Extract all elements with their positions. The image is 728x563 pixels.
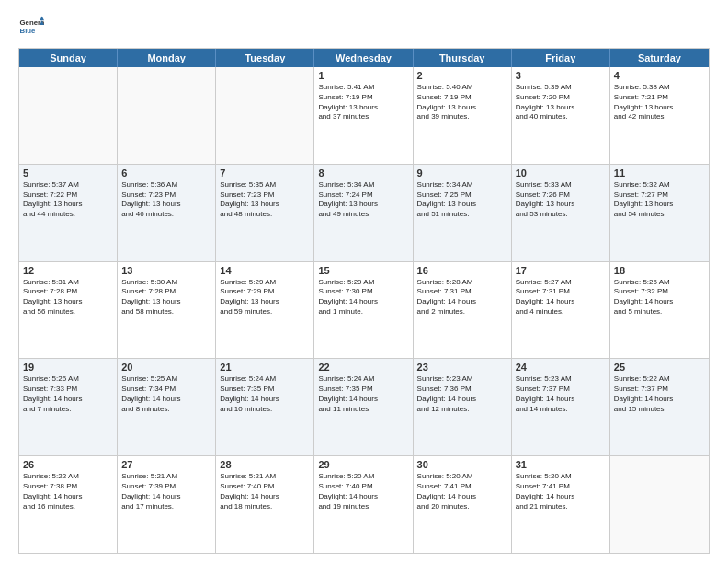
day-number: 22 — [318, 362, 408, 373]
header-day-tuesday: Tuesday — [216, 49, 314, 67]
day-number: 16 — [417, 265, 507, 276]
cell-info: Sunrise: 5:39 AM Sunset: 7:20 PM Dayligh… — [516, 83, 606, 122]
day-number: 26 — [23, 459, 113, 470]
calendar-header: SundayMondayTuesdayWednesdayThursdayFrid… — [19, 49, 709, 67]
cal-cell: 6Sunrise: 5:36 AM Sunset: 7:23 PM Daylig… — [118, 165, 216, 261]
cell-info: Sunrise: 5:24 AM Sunset: 7:35 PM Dayligh… — [220, 374, 310, 414]
day-number: 12 — [23, 265, 113, 276]
day-number: 23 — [417, 362, 507, 373]
header-day-monday: Monday — [118, 49, 216, 67]
logo-icon: General Blue — [18, 15, 44, 40]
cal-cell: 19Sunrise: 5:26 AM Sunset: 7:33 PM Dayli… — [19, 359, 118, 455]
cell-info: Sunrise: 5:33 AM Sunset: 7:26 PM Dayligh… — [516, 180, 606, 220]
cal-cell: 26Sunrise: 5:22 AM Sunset: 7:38 PM Dayli… — [19, 456, 118, 553]
cell-info: Sunrise: 5:34 AM Sunset: 7:24 PM Dayligh… — [318, 180, 408, 220]
day-number: 9 — [417, 167, 507, 178]
week-row-0: 1Sunrise: 5:41 AM Sunset: 7:19 PM Daylig… — [19, 67, 709, 165]
cal-cell: 28Sunrise: 5:21 AM Sunset: 7:40 PM Dayli… — [216, 456, 314, 553]
week-row-4: 26Sunrise: 5:22 AM Sunset: 7:38 PM Dayli… — [19, 456, 709, 553]
day-number: 28 — [220, 459, 310, 470]
header: General Blue — [18, 15, 710, 40]
cal-cell: 13Sunrise: 5:30 AM Sunset: 7:28 PM Dayli… — [118, 262, 216, 359]
day-number: 14 — [220, 265, 310, 276]
day-number: 17 — [516, 265, 606, 276]
cal-cell: 25Sunrise: 5:22 AM Sunset: 7:37 PM Dayli… — [610, 359, 709, 455]
page: General Blue SundayMondayTuesdayWednesda… — [0, 0, 728, 563]
cell-info: Sunrise: 5:26 AM Sunset: 7:32 PM Dayligh… — [614, 278, 705, 317]
cal-cell: 10Sunrise: 5:33 AM Sunset: 7:26 PM Dayli… — [512, 165, 610, 261]
day-number: 31 — [516, 459, 606, 470]
cal-cell: 15Sunrise: 5:29 AM Sunset: 7:30 PM Dayli… — [314, 262, 413, 359]
cell-info: Sunrise: 5:27 AM Sunset: 7:31 PM Dayligh… — [516, 278, 606, 317]
cal-cell: 14Sunrise: 5:29 AM Sunset: 7:29 PM Dayli… — [216, 262, 314, 359]
cell-info: Sunrise: 5:29 AM Sunset: 7:30 PM Dayligh… — [318, 278, 408, 317]
day-number: 30 — [417, 459, 507, 470]
day-number: 21 — [220, 362, 310, 373]
cal-cell: 11Sunrise: 5:32 AM Sunset: 7:27 PM Dayli… — [610, 165, 709, 261]
cal-cell: 12Sunrise: 5:31 AM Sunset: 7:28 PM Dayli… — [19, 262, 118, 359]
cell-info: Sunrise: 5:40 AM Sunset: 7:19 PM Dayligh… — [417, 83, 507, 122]
calendar-body: 1Sunrise: 5:41 AM Sunset: 7:19 PM Daylig… — [19, 67, 709, 553]
day-number: 1 — [318, 70, 408, 81]
header-day-saturday: Saturday — [610, 49, 709, 67]
day-number: 29 — [318, 459, 408, 470]
cal-cell: 30Sunrise: 5:20 AM Sunset: 7:41 PM Dayli… — [414, 456, 512, 553]
cal-cell: 23Sunrise: 5:23 AM Sunset: 7:36 PM Dayli… — [414, 359, 512, 455]
cal-cell: 21Sunrise: 5:24 AM Sunset: 7:35 PM Dayli… — [216, 359, 314, 455]
header-day-thursday: Thursday — [414, 49, 512, 67]
cal-cell — [610, 456, 709, 553]
day-number: 10 — [516, 167, 606, 178]
header-day-wednesday: Wednesday — [314, 49, 413, 67]
day-number: 20 — [121, 362, 211, 373]
cal-cell: 2Sunrise: 5:40 AM Sunset: 7:19 PM Daylig… — [414, 67, 512, 164]
cell-info: Sunrise: 5:26 AM Sunset: 7:33 PM Dayligh… — [23, 374, 113, 414]
cal-cell — [216, 67, 314, 164]
day-number: 8 — [318, 167, 408, 178]
cell-info: Sunrise: 5:23 AM Sunset: 7:36 PM Dayligh… — [417, 374, 507, 414]
cal-cell: 17Sunrise: 5:27 AM Sunset: 7:31 PM Dayli… — [512, 262, 610, 359]
day-number: 25 — [614, 362, 705, 373]
cal-cell: 18Sunrise: 5:26 AM Sunset: 7:32 PM Dayli… — [610, 262, 709, 359]
cell-info: Sunrise: 5:25 AM Sunset: 7:34 PM Dayligh… — [121, 374, 211, 414]
cal-cell: 31Sunrise: 5:20 AM Sunset: 7:41 PM Dayli… — [512, 456, 610, 553]
calendar: SundayMondayTuesdayWednesdayThursdayFrid… — [18, 48, 710, 554]
cal-cell — [118, 67, 216, 164]
cell-info: Sunrise: 5:21 AM Sunset: 7:40 PM Dayligh… — [220, 472, 310, 511]
cal-cell: 3Sunrise: 5:39 AM Sunset: 7:20 PM Daylig… — [512, 67, 610, 164]
cal-cell: 16Sunrise: 5:28 AM Sunset: 7:31 PM Dayli… — [414, 262, 512, 359]
day-number: 11 — [614, 167, 705, 178]
cell-info: Sunrise: 5:23 AM Sunset: 7:37 PM Dayligh… — [516, 374, 606, 414]
cal-cell: 27Sunrise: 5:21 AM Sunset: 7:39 PM Dayli… — [118, 456, 216, 553]
day-number: 7 — [220, 167, 310, 178]
day-number: 4 — [614, 70, 705, 81]
cell-info: Sunrise: 5:41 AM Sunset: 7:19 PM Dayligh… — [318, 83, 408, 122]
cal-cell: 29Sunrise: 5:20 AM Sunset: 7:40 PM Dayli… — [314, 456, 413, 553]
cell-info: Sunrise: 5:34 AM Sunset: 7:25 PM Dayligh… — [417, 180, 507, 220]
day-number: 6 — [121, 167, 211, 178]
day-number: 15 — [318, 265, 408, 276]
cell-info: Sunrise: 5:20 AM Sunset: 7:41 PM Dayligh… — [417, 472, 507, 511]
cal-cell: 9Sunrise: 5:34 AM Sunset: 7:25 PM Daylig… — [414, 165, 512, 261]
cal-cell: 5Sunrise: 5:37 AM Sunset: 7:22 PM Daylig… — [19, 165, 118, 261]
week-row-1: 5Sunrise: 5:37 AM Sunset: 7:22 PM Daylig… — [19, 165, 709, 262]
logo: General Blue — [18, 15, 48, 40]
day-number: 3 — [516, 70, 606, 81]
cal-cell: 4Sunrise: 5:38 AM Sunset: 7:21 PM Daylig… — [610, 67, 709, 164]
cell-info: Sunrise: 5:37 AM Sunset: 7:22 PM Dayligh… — [23, 180, 113, 220]
cell-info: Sunrise: 5:20 AM Sunset: 7:40 PM Dayligh… — [318, 472, 408, 511]
cell-info: Sunrise: 5:36 AM Sunset: 7:23 PM Dayligh… — [121, 180, 211, 220]
day-number: 27 — [121, 459, 211, 470]
day-number: 2 — [417, 70, 507, 81]
day-number: 5 — [23, 167, 113, 178]
cell-info: Sunrise: 5:22 AM Sunset: 7:37 PM Dayligh… — [614, 374, 705, 414]
cal-cell: 8Sunrise: 5:34 AM Sunset: 7:24 PM Daylig… — [314, 165, 413, 261]
cal-cell: 24Sunrise: 5:23 AM Sunset: 7:37 PM Dayli… — [512, 359, 610, 455]
cell-info: Sunrise: 5:32 AM Sunset: 7:27 PM Dayligh… — [614, 180, 705, 220]
cell-info: Sunrise: 5:30 AM Sunset: 7:28 PM Dayligh… — [121, 278, 211, 317]
day-number: 24 — [516, 362, 606, 373]
cal-cell: 1Sunrise: 5:41 AM Sunset: 7:19 PM Daylig… — [314, 67, 413, 164]
cell-info: Sunrise: 5:24 AM Sunset: 7:35 PM Dayligh… — [318, 374, 408, 414]
day-number: 13 — [121, 265, 211, 276]
cal-cell: 20Sunrise: 5:25 AM Sunset: 7:34 PM Dayli… — [118, 359, 216, 455]
week-row-3: 19Sunrise: 5:26 AM Sunset: 7:33 PM Dayli… — [19, 359, 709, 456]
